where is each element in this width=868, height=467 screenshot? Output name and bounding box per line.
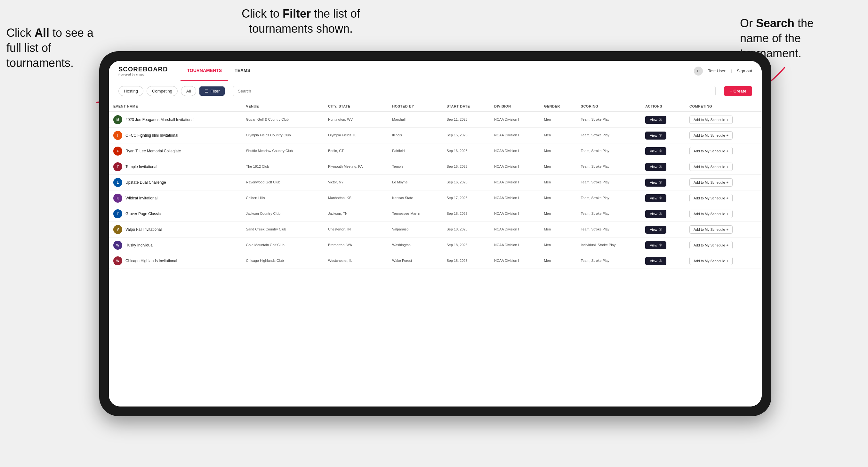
- col-scoring: SCORING: [577, 101, 641, 112]
- sign-out-link[interactable]: Sign out: [737, 68, 752, 73]
- add-to-schedule-button[interactable]: Add to My Schedule +: [689, 147, 733, 155]
- actions-cell: View ⓘ: [641, 175, 685, 190]
- team-logo: W: [113, 256, 122, 266]
- venue-cell: Gold Mountain Golf Club: [242, 238, 323, 253]
- venue-cell: Colbert Hills: [242, 190, 323, 206]
- hosted-by-cell: Le Moyne: [388, 175, 442, 190]
- division-cell: NCAA Division I: [490, 128, 539, 144]
- create-button[interactable]: + Create: [724, 86, 752, 96]
- actions-cell: View ⓘ: [641, 128, 685, 144]
- view-button[interactable]: View ⓘ: [645, 194, 666, 202]
- event-name-text: Chicago Highlands Invitational: [125, 259, 177, 263]
- view-button[interactable]: View ⓘ: [645, 116, 666, 124]
- division-cell: NCAA Division I: [490, 222, 539, 238]
- col-venue: VENUE: [242, 101, 323, 112]
- competing-cell: Add to My Schedule +: [685, 222, 762, 238]
- filter-bar: Hosting Competing All ☰ Filter + Create: [109, 81, 762, 101]
- view-button[interactable]: View ⓘ: [645, 257, 666, 265]
- logo-area: SCOREBOARD Powered by clippd: [118, 66, 168, 76]
- hosted-by-cell: Marshall: [388, 112, 442, 128]
- city-state-cell: Olympia Fields, IL: [323, 128, 388, 144]
- col-gender: GENDER: [539, 101, 577, 112]
- actions-cell: View ⓘ: [641, 159, 685, 175]
- hosting-filter-btn[interactable]: Hosting: [118, 86, 144, 96]
- actions-cell: View ⓘ: [641, 253, 685, 269]
- gender-cell: Men: [539, 253, 577, 269]
- view-button[interactable]: View ⓘ: [645, 241, 666, 249]
- gender-cell: Men: [539, 128, 577, 144]
- start-date-cell: Sep 16, 2023: [442, 175, 490, 190]
- team-logo: I: [113, 131, 122, 140]
- actions-cell: View ⓘ: [641, 144, 685, 159]
- search-input[interactable]: [233, 86, 716, 96]
- view-button[interactable]: View ⓘ: [645, 131, 666, 139]
- start-date-cell: Sep 16, 2023: [442, 144, 490, 159]
- gender-cell: Men: [539, 206, 577, 222]
- view-button[interactable]: View ⓘ: [645, 226, 666, 234]
- logo-sub: Powered by clippd: [118, 73, 168, 76]
- view-button[interactable]: View ⓘ: [645, 179, 666, 187]
- nav-tournaments[interactable]: TOURNAMENTS: [181, 61, 228, 81]
- venue-cell: Guyan Golf & Country Club: [242, 112, 323, 128]
- view-button[interactable]: View ⓘ: [645, 210, 666, 218]
- view-button[interactable]: View ⓘ: [645, 147, 666, 155]
- add-to-schedule-button[interactable]: Add to My Schedule +: [689, 194, 733, 202]
- add-to-schedule-button[interactable]: Add to My Schedule +: [689, 131, 733, 139]
- all-filter-btn[interactable]: All: [181, 86, 196, 96]
- nav-teams[interactable]: TEAMS: [228, 61, 257, 81]
- city-state-cell: Berlin, CT: [323, 144, 388, 159]
- separator: |: [731, 68, 732, 73]
- add-to-schedule-button[interactable]: Add to My Schedule +: [689, 163, 733, 171]
- event-name-cell: F Ryan T. Lee Memorial Collegiate: [109, 144, 242, 159]
- city-state-cell: Bremerton, WA: [323, 238, 388, 253]
- event-name-cell: L Upstate Dual Challenge: [109, 175, 242, 190]
- add-to-schedule-button[interactable]: Add to My Schedule +: [689, 225, 733, 234]
- competing-cell: Add to My Schedule +: [685, 253, 762, 269]
- city-state-cell: Chesterton, IN: [323, 222, 388, 238]
- city-state-cell: Westchester, IL: [323, 253, 388, 269]
- venue-cell: Ravenwood Golf Club: [242, 175, 323, 190]
- division-cell: NCAA Division I: [490, 144, 539, 159]
- tablet-frame: SCOREBOARD Powered by clippd TOURNAMENTS…: [99, 51, 771, 416]
- actions-cell: View ⓘ: [641, 190, 685, 206]
- filter-label: Filter: [210, 89, 220, 93]
- hosted-by-cell: Kansas State: [388, 190, 442, 206]
- filter-icon: ☰: [205, 89, 208, 93]
- start-date-cell: Sep 18, 2023: [442, 238, 490, 253]
- event-name-cell: W Husky Individual: [109, 238, 242, 253]
- team-logo: V: [113, 225, 122, 234]
- competing-cell: Add to My Schedule +: [685, 128, 762, 144]
- hosted-by-cell: Illinois: [388, 128, 442, 144]
- view-button[interactable]: View ⓘ: [645, 163, 666, 171]
- competing-cell: Add to My Schedule +: [685, 206, 762, 222]
- add-to-schedule-button[interactable]: Add to My Schedule +: [689, 210, 733, 218]
- table-row: I OFCC Fighting Illini Invitational Olym…: [109, 128, 762, 144]
- team-logo: F: [113, 147, 122, 156]
- col-city-state: CITY, STATE: [323, 101, 388, 112]
- gender-cell: Men: [539, 190, 577, 206]
- table-row: V Valpo Fall Invitational Sand Creek Cou…: [109, 222, 762, 238]
- actions-cell: View ⓘ: [641, 206, 685, 222]
- venue-cell: Olympia Fields Country Club: [242, 128, 323, 144]
- competing-cell: Add to My Schedule +: [685, 112, 762, 128]
- add-to-schedule-button[interactable]: Add to My Schedule +: [689, 116, 733, 124]
- table-row: K Wildcat Invitational Colbert HillsManh…: [109, 190, 762, 206]
- competing-filter-btn[interactable]: Competing: [147, 86, 178, 96]
- start-date-cell: Sep 18, 2023: [442, 253, 490, 269]
- division-cell: NCAA Division I: [490, 112, 539, 128]
- scoring-cell: Team, Stroke Play: [577, 253, 641, 269]
- event-name-text: 2023 Joe Feaganes Marshall Invitational: [125, 118, 194, 122]
- search-wrap: [233, 86, 716, 96]
- add-to-schedule-button[interactable]: Add to My Schedule +: [689, 178, 733, 187]
- scoring-cell: Team, Stroke Play: [577, 128, 641, 144]
- gender-cell: Men: [539, 238, 577, 253]
- filter-button[interactable]: ☰ Filter: [199, 86, 225, 96]
- annotation-topcenter: Click to Filter the list oftournaments s…: [224, 6, 378, 36]
- start-date-cell: Sep 11, 2023: [442, 112, 490, 128]
- user-avatar: U: [694, 67, 703, 75]
- add-to-schedule-button[interactable]: Add to My Schedule +: [689, 241, 733, 249]
- scoring-cell: Team, Stroke Play: [577, 159, 641, 175]
- start-date-cell: Sep 15, 2023: [442, 128, 490, 144]
- hosted-by-cell: Fairfield: [388, 144, 442, 159]
- add-to-schedule-button[interactable]: Add to My Schedule +: [689, 257, 733, 265]
